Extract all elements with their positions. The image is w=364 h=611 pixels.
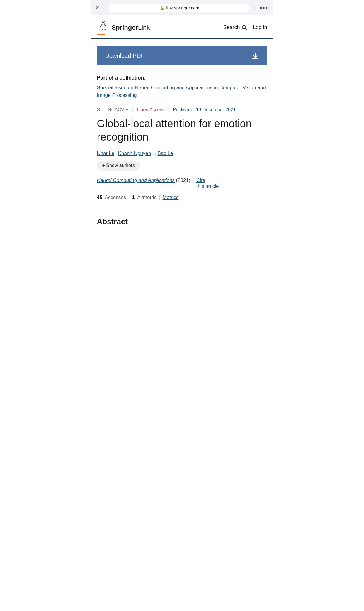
meta-divider-2: | xyxy=(168,107,169,112)
back-icon[interactable]: ‹ xyxy=(103,5,105,11)
login-button[interactable]: Log in xyxy=(253,24,267,31)
authors-ellipsis: ... xyxy=(152,151,156,156)
search-button[interactable]: Search xyxy=(223,24,247,31)
springer-logo-text: Springer Link xyxy=(112,24,150,31)
springer-horse-icon xyxy=(97,20,109,32)
stats-row: 45 Accesses | 1 Altmetric | Metrics xyxy=(97,195,267,200)
altmetric-count: 1 xyxy=(132,195,135,200)
browser-chrome: × ‹ 🔒 link.springer.com › ••• xyxy=(91,0,273,15)
journal-link[interactable]: Neural Computing and Applications xyxy=(97,178,175,183)
published-date[interactable]: Published: 13 December 2021 xyxy=(173,107,236,112)
open-access-badge: Open Access xyxy=(137,107,164,112)
lock-icon: 🔒 xyxy=(160,6,165,10)
url-text: link.springer.com xyxy=(166,5,200,10)
show-authors-button[interactable]: + Show authors xyxy=(97,161,140,171)
accesses-label: Accesses xyxy=(105,195,126,200)
search-icon xyxy=(241,25,247,31)
logo-underline xyxy=(97,34,105,35)
svg-point-0 xyxy=(103,22,104,23)
stats-divider-2: | xyxy=(159,195,160,200)
cite-link[interactable]: Cite this article xyxy=(196,178,219,189)
collection-section: Part of a collection: Special Issue on N… xyxy=(97,75,267,99)
meta-divider-1: | xyxy=(132,107,133,112)
metrics-link[interactable]: Metrics xyxy=(163,195,179,200)
svg-line-2 xyxy=(245,28,247,30)
journal-divider: | xyxy=(193,178,194,183)
meta-row: S.I. : NCACVIP | Open Access | Published… xyxy=(97,107,267,112)
main-content: Download PDF Part of a collection: Speci… xyxy=(91,39,273,238)
abstract-title: Abstract xyxy=(97,217,267,226)
download-pdf-label: Download PDF xyxy=(105,53,145,59)
this-article-label: this article xyxy=(196,183,219,189)
altmetric-label: Altmetric xyxy=(137,195,157,200)
show-authors-label: + Show authors xyxy=(102,163,135,168)
author-2-link[interactable]: Khanh Nguyen xyxy=(118,151,151,156)
stats-divider-1: | xyxy=(128,195,130,200)
download-pdf-button[interactable]: Download PDF xyxy=(97,46,267,65)
authors-row: Nhat Le , Khanh Nguyen ... Bac Le xyxy=(97,151,267,156)
navbar-actions: Search Log in xyxy=(223,24,267,31)
accesses-count: 45 xyxy=(97,195,103,200)
download-icon xyxy=(251,52,259,60)
author-1-link[interactable]: Nhat Le xyxy=(97,151,115,156)
cite-label: Cite xyxy=(196,178,205,183)
abstract-section: Abstract xyxy=(97,210,267,226)
collection-title: Part of a collection: xyxy=(97,75,267,81)
springer-name: Springer xyxy=(112,24,138,31)
article-title: Global-local attention for emotion recog… xyxy=(97,117,267,144)
journal-year: (2021) xyxy=(176,178,190,183)
journal-row: Neural Computing and Applications (2021)… xyxy=(97,178,267,189)
navbar: Springer Link Search Log in xyxy=(91,15,273,39)
author-3-link[interactable]: Bac Le xyxy=(157,151,173,156)
springer-logo[interactable]: Springer Link xyxy=(97,20,150,35)
meta-si: S.I. : NCACVIP xyxy=(97,107,129,112)
forward-icon[interactable]: › xyxy=(254,5,256,11)
collection-link[interactable]: Special Issue on Neural Computing and Ap… xyxy=(97,85,266,98)
more-icon[interactable]: ••• xyxy=(260,4,268,12)
search-label: Search xyxy=(223,24,240,31)
url-bar: 🔒 link.springer.com xyxy=(109,4,250,12)
close-icon[interactable]: × xyxy=(96,4,99,11)
authors-comma-1: , xyxy=(115,151,117,156)
springer-link: Link xyxy=(138,24,150,31)
